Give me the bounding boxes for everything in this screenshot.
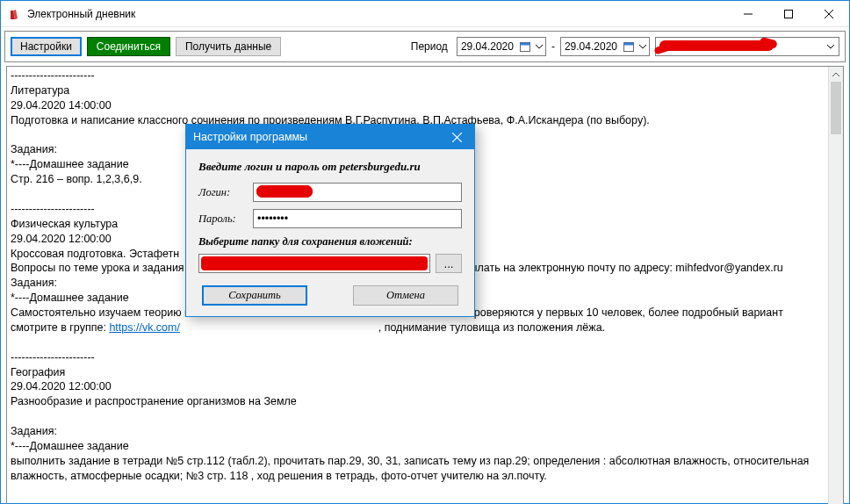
chevron-down-icon [533, 43, 545, 50]
dialog-close-button[interactable] [439, 125, 474, 149]
calendar-icon [517, 38, 533, 55]
settings-dialog: Настройки программы Введите логин и паро… [185, 124, 475, 317]
cancel-button[interactable]: Отмена [353, 285, 458, 306]
calendar-icon [621, 38, 637, 55]
chevron-down-icon [823, 43, 839, 50]
minimize-button[interactable] [728, 1, 768, 27]
svg-rect-5 [520, 43, 529, 46]
login-label: Логин: [198, 186, 253, 199]
redacted-value [659, 40, 774, 51]
dialog-titlebar: Настройки программы [186, 125, 474, 149]
vertical-scrollbar[interactable] [828, 67, 843, 504]
chevron-down-icon [637, 43, 649, 50]
window-title: Электронный дневник [27, 8, 135, 20]
password-input[interactable] [253, 209, 462, 228]
main-window: Электронный дневник Настройки Соединитьс… [0, 0, 850, 504]
close-button[interactable] [809, 1, 849, 27]
app-icon [8, 7, 22, 21]
date-from-picker[interactable]: 29.04.2020 [457, 37, 546, 56]
settings-button[interactable]: Настройки [11, 37, 82, 56]
date-to-value: 29.04.2020 [561, 40, 621, 53]
get-data-button[interactable]: Получить данные [176, 37, 281, 56]
maximize-button[interactable] [768, 1, 809, 27]
save-button[interactable]: Сохранить [202, 285, 307, 306]
toolbar: Настройки Соединиться Получить данные Пе… [4, 31, 846, 62]
password-label: Пароль: [198, 212, 253, 226]
credentials-header: Введите логин и пароль от petersburgedu.… [198, 160, 462, 174]
svg-rect-1 [785, 10, 793, 18]
redacted-login [256, 185, 313, 198]
date-to-picker[interactable]: 29.04.2020 [560, 37, 650, 56]
browse-button[interactable]: ... [436, 254, 462, 273]
dialog-title: Настройки программы [186, 131, 307, 143]
period-label: Период [411, 40, 448, 53]
scroll-up-arrow-icon[interactable] [829, 67, 843, 82]
date-from-value: 29.04.2020 [457, 40, 517, 53]
vk-link[interactable]: https://vk.com/ [109, 321, 180, 334]
folder-path-input[interactable] [198, 254, 430, 273]
student-combo[interactable] [655, 37, 839, 56]
svg-rect-7 [624, 43, 634, 46]
redacted-path [201, 256, 428, 270]
scroll-thumb[interactable] [831, 82, 841, 134]
titlebar: Электронный дневник [1, 1, 849, 27]
period-dash: - [551, 40, 555, 53]
folder-header: Выберите папку для сохранения вложений: [198, 235, 462, 248]
connect-button[interactable]: Соединиться [87, 37, 170, 56]
